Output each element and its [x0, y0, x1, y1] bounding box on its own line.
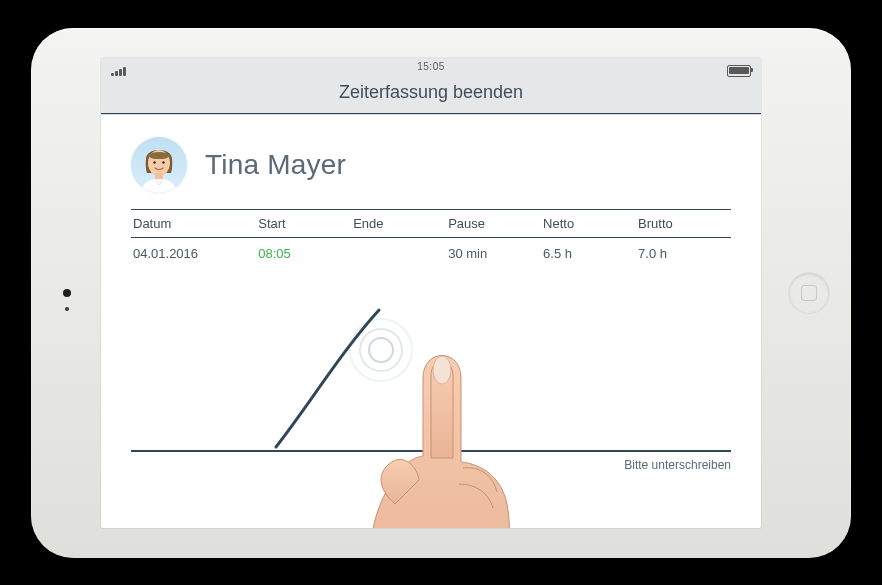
avatar [131, 137, 187, 193]
table-header-row: Datum Start Ende Pause Netto Brutto [131, 209, 731, 238]
page-title: Zeiterfassung beenden [101, 82, 761, 103]
status-time: 15:05 [101, 61, 761, 72]
ipad-device-frame: 15:05 Zeiterfassung beenden [31, 28, 851, 558]
svg-point-3 [153, 161, 155, 163]
avatar-image [131, 137, 187, 193]
col-pause: Pause [448, 216, 539, 231]
home-button-icon [801, 285, 817, 301]
signature-canvas[interactable] [131, 285, 731, 450]
time-table: Datum Start Ende Pause Netto Brutto 04.0… [131, 209, 731, 273]
signature-hint: Bitte unterschreiben [131, 452, 731, 472]
col-datum: Datum [133, 216, 254, 231]
user-header: Tina Mayer [131, 133, 731, 209]
col-netto: Netto [543, 216, 634, 231]
svg-rect-5 [155, 173, 163, 179]
signature-section: Bitte unterschreiben [101, 285, 761, 480]
cell-brutto: 7.0 h [638, 246, 729, 261]
status-and-title-bar: 15:05 Zeiterfassung beenden [101, 58, 761, 115]
col-ende: Ende [353, 216, 444, 231]
status-bar: 15:05 [101, 58, 761, 81]
cell-netto: 6.5 h [543, 246, 634, 261]
front-sensor [65, 307, 69, 311]
table-row: 04.01.2016 08:05 30 min 6.5 h 7.0 h [131, 238, 731, 273]
cell-start: 08:05 [258, 246, 349, 261]
cell-pause: 30 min [448, 246, 539, 261]
col-brutto: Brutto [638, 216, 729, 231]
front-camera [63, 289, 71, 297]
signature-stroke-icon [271, 282, 411, 452]
home-button[interactable] [789, 273, 829, 313]
col-start: Start [258, 216, 349, 231]
title-divider [101, 113, 761, 114]
user-name: Tina Mayer [205, 149, 346, 181]
cell-datum: 04.01.2016 [133, 246, 254, 261]
app-screen: 15:05 Zeiterfassung beenden [101, 58, 761, 528]
battery-icon [727, 65, 751, 77]
content-area: Tina Mayer Datum Start Ende Pause Netto … [101, 115, 761, 285]
svg-point-4 [162, 161, 164, 163]
